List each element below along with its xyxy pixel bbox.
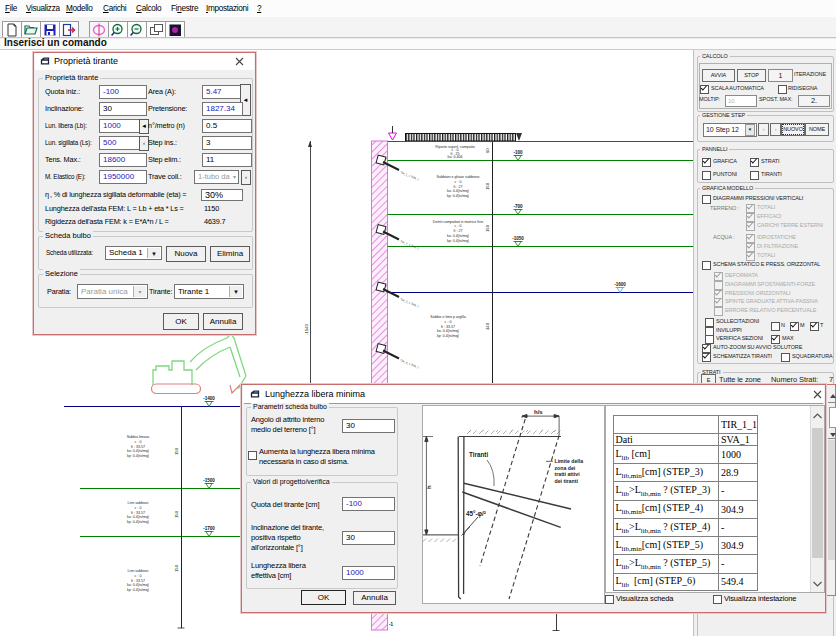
- svg-text:Sabbia limosa: Sabbia limosa: [127, 435, 150, 439]
- svg-text:Limi sabbiosi: Limi sabbiosi: [128, 569, 149, 573]
- svg-text:TIR_2_1 SVA_1: TIR_2_1 SVA_1: [400, 239, 420, 250]
- svg-text:fi : 33.57: fi : 33.57: [441, 325, 455, 329]
- svg-text:45°-φ/²: 45°-φ/²: [466, 510, 486, 518]
- svg-text:dei tiranti: dei tiranti: [555, 478, 579, 484]
- svg-text:ka: 0.4(ts/mq): ka: 0.4(ts/mq): [127, 583, 149, 587]
- svg-text:ka: 0.4(ts/mq): ka: 0.4(ts/mq): [437, 329, 459, 333]
- svg-text:c : 0: c : 0: [135, 506, 142, 510]
- svg-text:h/s: h/s: [534, 409, 543, 415]
- svg-text:kp: 0.4(ts/mq): kp: 0.4(ts/mq): [447, 194, 469, 198]
- svg-text:zona dei: zona dei: [555, 465, 576, 471]
- svg-text:150: 150: [174, 564, 179, 572]
- svg-text:150: 150: [174, 510, 179, 518]
- svg-text:340: 340: [485, 322, 490, 330]
- svg-text:150: 150: [174, 447, 179, 455]
- svg-text:-1050: -1050: [512, 236, 524, 241]
- svg-text:-1500: -1500: [203, 478, 215, 483]
- svg-text:60: 60: [485, 148, 490, 153]
- svg-text:-1400: -1400: [203, 396, 215, 401]
- svg-text:Sabbie e limo p argilla: Sabbie e limo p argilla: [430, 315, 465, 319]
- svg-text:kp: 0.4(ts/mq): kp: 0.4(ts/mq): [127, 588, 149, 592]
- svg-text:c : 0: c : 0: [455, 224, 462, 228]
- svg-text:ka: 0.4(ts/mq): ka: 0.4(ts/mq): [127, 449, 149, 453]
- svg-text:fi : 33.57: fi : 33.57: [131, 511, 145, 515]
- svg-text:-100: -100: [513, 150, 523, 155]
- svg-text:ka: 0.406: ka: 0.406: [448, 155, 463, 159]
- svg-text:kp: 0.4(ts/mq): kp: 0.4(ts/mq): [437, 334, 459, 338]
- svg-text:fi : 33.57: fi : 33.57: [131, 445, 145, 449]
- svg-text:TIR_1_1 SVA_1: TIR_1_1 SVA_1: [400, 170, 420, 181]
- svg-text:c : 0: c : 0: [135, 440, 142, 444]
- svg-text:-1: -1: [389, 622, 393, 627]
- svg-text:-1540: -1540: [304, 324, 309, 335]
- svg-text:ka: 0.4(ts/mq): ka: 0.4(ts/mq): [447, 234, 469, 238]
- svg-text:tratti attivi: tratti attivi: [555, 471, 581, 477]
- svg-text:h: h: [426, 485, 432, 489]
- svg-text:Sabbioni e ghiaie sabbiose: Sabbioni e ghiaie sabbiose: [437, 175, 480, 179]
- svg-text:fi : 27: fi : 27: [454, 229, 463, 233]
- svg-text:Limite della: Limite della: [555, 458, 584, 464]
- svg-text:Detriti compattati in matrice: Detriti compattati in matrice fine: [433, 220, 483, 224]
- svg-text:c : 0: c : 0: [445, 320, 452, 324]
- svg-text:TIR_3_1 SVA_1: TIR_3_1 SVA_1: [400, 297, 420, 308]
- svg-text:TIR_4_1 SVA_1: TIR_4_1 SVA_1: [400, 358, 420, 369]
- svg-text:kp: 0.4(ts/mq): kp: 0.4(ts/mq): [447, 239, 469, 243]
- svg-text:Tiranti: Tiranti: [469, 451, 488, 458]
- svg-text:c : 0: c : 0: [455, 180, 462, 184]
- svg-text:fi : 33.57: fi : 33.57: [131, 579, 145, 583]
- svg-text:kp: 0.4(ts/mq): kp: 0.4(ts/mq): [127, 520, 149, 524]
- svg-text:-1600: -1600: [614, 282, 626, 287]
- svg-text:kp: 0.4(ts/mq): kp: 0.4(ts/mq): [127, 454, 149, 458]
- svg-text:150: 150: [485, 182, 490, 190]
- svg-text:150: 150: [485, 224, 490, 232]
- svg-text:fi : 27: fi : 27: [454, 185, 463, 189]
- svg-text:Limi sabbiosi: Limi sabbiosi: [128, 501, 149, 505]
- svg-text:ka: 0.4(ts/mq): ka: 0.4(ts/mq): [127, 515, 149, 519]
- svg-text:-700: -700: [513, 204, 523, 209]
- svg-text:c : 0: c : 0: [135, 574, 142, 578]
- svg-text:ka: 0.4(ts/mq): ka: 0.4(ts/mq): [447, 189, 469, 193]
- svg-text:-1700: -1700: [203, 526, 215, 531]
